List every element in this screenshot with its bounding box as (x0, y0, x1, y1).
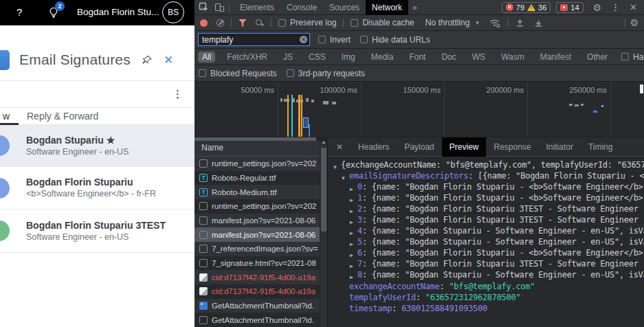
collapsed-arrow-icon[interactable]: ▶ (350, 206, 353, 215)
json-tree-line[interactable]: ▶8: {name: "Bogdan Stupariu - Software E… (328, 269, 644, 280)
console-counts[interactable]: ✕ 79 ! 36 (502, 2, 551, 13)
hide-data-urls-checkbox[interactable]: Hide data URLs (360, 35, 430, 45)
filter-chip-manifest[interactable]: Manifest (536, 52, 575, 63)
issues-badge[interactable]: 14 (556, 2, 583, 13)
collapsed-arrow-icon[interactable]: ▶ (350, 261, 353, 270)
json-tree-line[interactable]: templafyUserId: "636572312962870500" (328, 292, 644, 303)
clear-filter-icon[interactable]: ✕ (300, 36, 307, 43)
signature-list-item[interactable]: Bogdan Florin Stupariu 3TESTSoftware Eng… (0, 210, 195, 253)
pin-icon[interactable] (142, 55, 153, 65)
filter-icon[interactable] (238, 19, 247, 27)
json-tree-line[interactable]: ▼{exchangeAccountName: "bfs@templafy.com… (328, 159, 644, 170)
tab-timing[interactable]: Timing (581, 137, 621, 157)
has-blocked-cookies-checkbox[interactable]: Has blocked cookies (621, 52, 644, 62)
clear-network-log-icon[interactable] (216, 19, 224, 27)
import-har-icon[interactable] (515, 19, 524, 27)
table-row[interactable]: TRoboto-Regular.ttf (195, 171, 320, 185)
record-icon[interactable] (200, 19, 208, 27)
invert-checkbox[interactable]: Invert (318, 35, 351, 45)
collapsed-arrow-icon[interactable]: ▶ (350, 195, 353, 204)
signature-list-item[interactable]: Bogdan Florin Stupariu<b>Software Engine… (0, 167, 195, 210)
account-name[interactable]: Bogdan Florin Stu... (77, 7, 159, 17)
table-row[interactable]: GetAttachmentThumbnail?id. (195, 299, 320, 313)
close-taskpane-icon[interactable]: ✕ (164, 53, 173, 67)
tab-payload[interactable]: Payload (397, 137, 441, 157)
network-conditions-icon[interactable] (489, 19, 501, 27)
filter-chip-other[interactable]: Other (583, 52, 612, 63)
table-row[interactable]: TRoboto-Medium.ttf (195, 185, 320, 199)
tab-item[interactable]: Reply & Forward (27, 111, 98, 122)
preserve-log-checkbox[interactable]: Preserve log (278, 18, 336, 27)
json-tree-line[interactable]: ▶4: {name: "Bogdan Stupariu - Software E… (328, 225, 644, 236)
json-tree-line[interactable]: ▶1: {name: "Bogdan Florin Stupariu - <b>… (328, 192, 644, 203)
disable-cache-checkbox[interactable]: Disable cache (351, 18, 414, 27)
more-tabs-icon[interactable]: » (412, 3, 417, 12)
network-settings-gear-icon[interactable]: ⚙ (630, 17, 639, 28)
collapsed-arrow-icon[interactable]: ▶ (350, 217, 353, 226)
table-row[interactable]: runtime_settings.json?sv=202 (195, 199, 320, 214)
filter-chip-css[interactable]: CSS (304, 52, 330, 63)
search-icon[interactable] (255, 19, 264, 27)
filter-chip-js[interactable]: JS (279, 52, 297, 63)
table-row[interactable]: manifest.json?sv=2021-08-06 (195, 227, 320, 242)
filter-input[interactable] (198, 33, 310, 46)
table-row[interactable]: cid:d7137f42-91f5-4d00-a19a (195, 284, 320, 299)
json-tree-line[interactable]: ▶6: {name: "Bogdan Florin Stupariu - <b>… (328, 247, 644, 258)
json-preview-tree[interactable]: ▼{exchangeAccountName: "bfs@templafy.com… (328, 157, 644, 327)
scrollbar-thumb[interactable] (195, 137, 316, 141)
table-row[interactable]: cid:d7137f42-91f5-4d00-a19a (195, 270, 320, 284)
filter-chip-ws[interactable]: WS (468, 52, 489, 63)
table-row[interactable]: 7_signature.html?sv=2021-08 (195, 256, 320, 271)
table-row[interactable]: runtime_settings.json?sv=202 (195, 157, 320, 171)
signature-list-item[interactable]: Bogdan Stupariu ★Software Engineer - en-… (0, 125, 195, 167)
overflow-menu-icon[interactable]: ⋮ (173, 88, 183, 100)
json-tree-line[interactable]: ▶3: {name: "Bogdan Florin Stupariu 3TEST… (328, 214, 644, 225)
network-overview-timeline[interactable]: 50000 ms100000 ms150000 ms200000 ms25000… (195, 82, 644, 137)
help-icon[interactable]: ? (16, 6, 22, 18)
json-tree-line[interactable]: timestamp: 638012588491093500 (328, 303, 644, 314)
json-tree-line[interactable]: exchangeAccountName: "bfs@templafy.com" (328, 281, 644, 292)
json-tree-line[interactable]: ▶0: {name: "Bogdan Florin Stupariu - <b>… (328, 181, 644, 192)
tab-preview[interactable]: Preview (442, 137, 487, 157)
close-details-icon[interactable]: ✕ (336, 142, 343, 152)
third-party-requests-checkbox[interactable]: 3rd-party requests (287, 69, 365, 78)
export-har-icon[interactable] (534, 19, 543, 27)
collapsed-arrow-icon[interactable]: ▶ (350, 184, 353, 193)
expanded-arrow-icon[interactable]: ▼ (333, 162, 337, 171)
filter-chip-media[interactable]: Media (367, 52, 398, 63)
scrollbar-thumb[interactable] (321, 148, 326, 232)
expanded-arrow-icon[interactable]: ▼ (342, 173, 345, 182)
collapsed-arrow-icon[interactable]: ▶ (350, 228, 353, 237)
json-tree-line[interactable]: ▶7: {name: "Bogdan Florin Stupariu 3TEST… (328, 258, 644, 269)
table-row[interactable]: GetAttachmentThumbnail?id. (195, 313, 320, 327)
tab-headers[interactable]: Headers (351, 137, 397, 157)
vertical-scrollbar[interactable]: ▲ (320, 137, 327, 327)
json-tree-line[interactable]: ▼emailSignatureDescriptors: [{name: "Bog… (328, 170, 644, 181)
tab-active[interactable]: w (3, 111, 10, 122)
table-row[interactable]: 7_referencedImages.json?sv= (195, 242, 320, 256)
close-devtools-icon[interactable]: ✕ (630, 2, 637, 12)
filter-chip-font[interactable]: Font (405, 52, 430, 63)
avatar[interactable]: BS (162, 1, 184, 23)
tab-network[interactable]: Network (366, 0, 408, 15)
throttling-select[interactable]: No throttling ▼ (425, 18, 480, 27)
device-toolbar-icon[interactable] (214, 3, 225, 12)
filter-chip-img[interactable]: Img (337, 52, 359, 63)
filter-chip-fetchxhr[interactable]: Fetch/XHR (223, 52, 271, 63)
horizontal-scrollbar[interactable] (195, 137, 328, 141)
inspect-element-icon[interactable] (199, 2, 209, 12)
tab-response[interactable]: Response (486, 137, 538, 157)
tab-initiator[interactable]: Initiator (539, 137, 581, 157)
blocked-requests-checkbox[interactable]: Blocked Requests (199, 69, 277, 78)
filter-chip-wasm[interactable]: Wasm (497, 52, 529, 63)
filter-chip-all[interactable]: All (198, 52, 215, 63)
devtools-menu-icon[interactable]: ⋮ (611, 2, 620, 12)
json-tree-line[interactable]: ▶5: {name: "Bogdan Stupariu - Software E… (328, 236, 644, 247)
collapsed-arrow-icon[interactable]: ▶ (350, 250, 353, 259)
tab-console[interactable]: Console (280, 0, 323, 15)
settings-gear-icon[interactable]: ⚙ (593, 2, 602, 13)
json-tree-line[interactable]: ▶2: {name: "Bogdan Florin Stupariu 3TEST… (328, 203, 644, 214)
tab-sources[interactable]: Sources (323, 0, 366, 15)
collapsed-arrow-icon[interactable]: ▶ (350, 272, 353, 281)
tab-elements[interactable]: Elements (234, 0, 280, 15)
